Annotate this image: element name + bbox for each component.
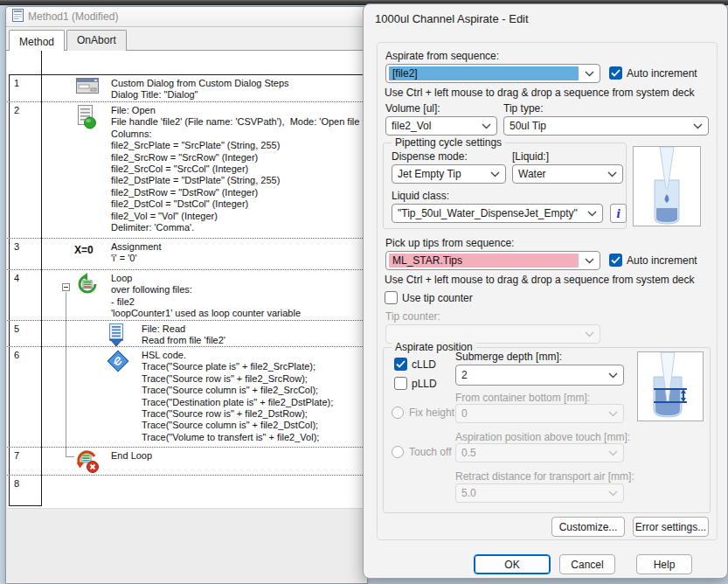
auto-increment-checkbox-aspirate[interactable] <box>609 66 622 80</box>
chevron-down-icon <box>581 211 602 217</box>
step-text-line: HSL code. <box>142 350 333 361</box>
method-window-titlebar[interactable]: Method1 (Modified) <box>6 7 367 27</box>
retract-distance-value: 5.0 <box>456 487 602 499</box>
method-step-row-8[interactable]: 8 <box>7 476 366 506</box>
aspirate-sequence-combobox[interactable]: [file2] <box>385 64 600 83</box>
tip-counter-label: Tip counter: <box>385 310 440 323</box>
from-container-bottom-combobox: 0 <box>455 404 624 423</box>
drag-drop-hint-aspirate: Use Ctrl + left mouse to drag & drop a s… <box>385 87 695 99</box>
liquid-class-info-button[interactable]: i <box>610 204 627 223</box>
method-steps-area: 1Custom Dialog from Custom Dialog StepsD… <box>7 51 366 582</box>
step-text-line: Trace("Source plate is" + file2_SrcPlate… <box>142 361 333 372</box>
step-text-line: 'i' = '0' <box>111 253 161 264</box>
above-touch-value: 0.5 <box>456 447 602 459</box>
dispense-mode-image <box>633 146 701 226</box>
step-number: 6 <box>14 350 19 360</box>
custom-dialog-icon <box>76 78 99 97</box>
pipetting-group-title: Pipetting cycle settings <box>392 136 505 149</box>
loop-tree-line <box>66 292 66 456</box>
method-step-row-6[interactable]: 6HSL code.Trace("Source plate is" + file… <box>7 347 366 448</box>
auto-increment-label-tips: Auto increment <box>627 254 697 267</box>
submerge-depth-combobox[interactable]: 2 <box>455 365 624 386</box>
step-number: 5 <box>14 323 19 334</box>
chevron-down-icon <box>601 171 622 177</box>
tips-sequence-value: ML_STAR.Tips <box>389 254 579 268</box>
method-step-row-3[interactable]: 3X=0Assignment'i' = '0' <box>7 239 366 270</box>
plld-checkbox[interactable] <box>394 377 407 390</box>
ok-button[interactable]: OK <box>474 554 551 574</box>
step-text-line: file2_SrcPlate = "SrcPlate" (String, 255… <box>111 140 366 151</box>
file-open-icon <box>76 105 97 133</box>
chevron-down-icon <box>579 258 600 264</box>
chevron-down-icon <box>602 372 623 379</box>
chevron-down-icon <box>579 331 600 337</box>
plld-label: pLLD <box>412 378 437 390</box>
step-number: 7 <box>14 450 19 461</box>
dispense-mode-combobox[interactable]: Jet Empty Tip <box>392 164 506 184</box>
use-tip-counter-checkbox[interactable] <box>385 291 398 304</box>
chevron-down-icon <box>484 171 505 177</box>
auto-increment-checkbox-tips[interactable] <box>609 254 622 267</box>
method-step-row-1[interactable]: 1Custom Dialog from Custom Dialog StepsD… <box>7 75 366 102</box>
step-text-line: Dialog Title: "Dialog" <box>111 89 289 101</box>
volume-label: Volume [ul]: <box>385 102 440 115</box>
customize-button[interactable]: Customize... <box>551 517 625 537</box>
liquid-class-combobox[interactable]: "Tip_50ul_Water_DispenseJet_Empty" <box>392 204 603 223</box>
tip-type-combobox[interactable]: 50ul Tip <box>503 116 709 136</box>
method-editor-window: Method1 (Modified) MethodOnAbort 1Custom… <box>5 6 368 584</box>
chevron-down-icon <box>602 490 623 497</box>
step-text-line: file2_DstRow = "DstRow" (Integer) <box>111 187 366 198</box>
clld-checkbox[interactable] <box>394 358 407 371</box>
method-step-row-2[interactable]: 2File: OpenFile handle 'file2' (File nam… <box>7 102 366 239</box>
step-text: End Loop <box>111 450 152 462</box>
step-text-line: Loop <box>111 273 301 284</box>
error-settings-button[interactable]: Error settings... <box>633 517 709 537</box>
steps-area-footer <box>7 508 366 582</box>
step-text-line: file2_SrcCol = "SrcCol" (Integer) <box>111 163 366 175</box>
above-touch-label: Aspiration position above touch [mm]: <box>455 431 630 443</box>
help-button[interactable]: Help <box>636 554 692 574</box>
step-text-line: Columns: <box>111 129 366 140</box>
step-number: 2 <box>14 105 19 115</box>
tip-type-label: Tip type: <box>503 102 544 115</box>
dispense-mode-value: Jet Empty Tip <box>392 168 484 180</box>
volume-combobox[interactable]: file2_Vol <box>385 116 497 136</box>
step-number: 8 <box>14 478 19 489</box>
liquid-combobox[interactable]: Water <box>512 164 623 184</box>
end-loop-icon <box>76 450 101 477</box>
tab-method[interactable]: Method <box>9 30 65 51</box>
step-text-line: Trace("Source column is" + file2_SrcCol)… <box>142 385 333 396</box>
submerge-depth-value: 2 <box>456 369 602 381</box>
step-text: File: ReadRead from file 'file2' <box>142 323 225 347</box>
step-text-line: Trace("Destination plate is" + file2_Dst… <box>142 397 333 408</box>
chevron-down-icon <box>602 411 623 417</box>
aspirate-from-sequence-label: Aspirate from sequence: <box>385 50 499 62</box>
step-text-line: file2_SrcRow = "SrcRow" (Integer) <box>111 152 366 163</box>
method-step-row-5[interactable]: 5File: ReadRead from file 'file2' <box>7 321 366 347</box>
fix-height-radio[interactable] <box>392 407 404 419</box>
step-text-line: 'loopCounter1' used as loop counter vari… <box>111 308 301 319</box>
step-text-line: Custom Dialog from Custom Dialog Steps <box>111 78 289 89</box>
collapse-toggle[interactable] <box>62 283 70 291</box>
step-text: Assignment'i' = '0' <box>111 241 161 265</box>
step-number: 3 <box>14 241 19 252</box>
touch-off-radio[interactable] <box>392 446 404 458</box>
pickup-tips-label: Pick up tips from sequence: <box>385 237 514 249</box>
step-text: File: OpenFile handle 'file2' (File name… <box>111 105 366 233</box>
dispense-mode-label: Dispense mode: <box>392 150 468 163</box>
cancel-button[interactable]: Cancel <box>559 554 615 574</box>
step-text: HSL code.Trace("Source plate is" + file2… <box>142 350 333 443</box>
step-text-line: End Loop <box>111 450 152 462</box>
method-step-row-4[interactable]: 4Loopover following files:- file2'loopCo… <box>7 270 366 321</box>
step-number: 1 <box>14 78 19 88</box>
tips-sequence-combobox[interactable]: ML_STAR.Tips <box>385 251 600 270</box>
step-text-line: over following files: <box>111 284 301 295</box>
dialog-title: 1000ul Channel Aspirate - Edit <box>375 12 529 25</box>
chevron-down-icon <box>687 123 708 129</box>
fix-height-label: Fix height <box>409 407 454 419</box>
use-tip-counter-label: Use tip counter <box>402 292 473 304</box>
method-step-row-7[interactable]: 7End Loop <box>7 448 366 476</box>
method-tabbar: MethodOnAbort <box>6 28 367 51</box>
tab-onabort[interactable]: OnAbort <box>66 30 127 51</box>
retract-distance-label: Retract distance for transport air [mm]: <box>455 470 634 483</box>
